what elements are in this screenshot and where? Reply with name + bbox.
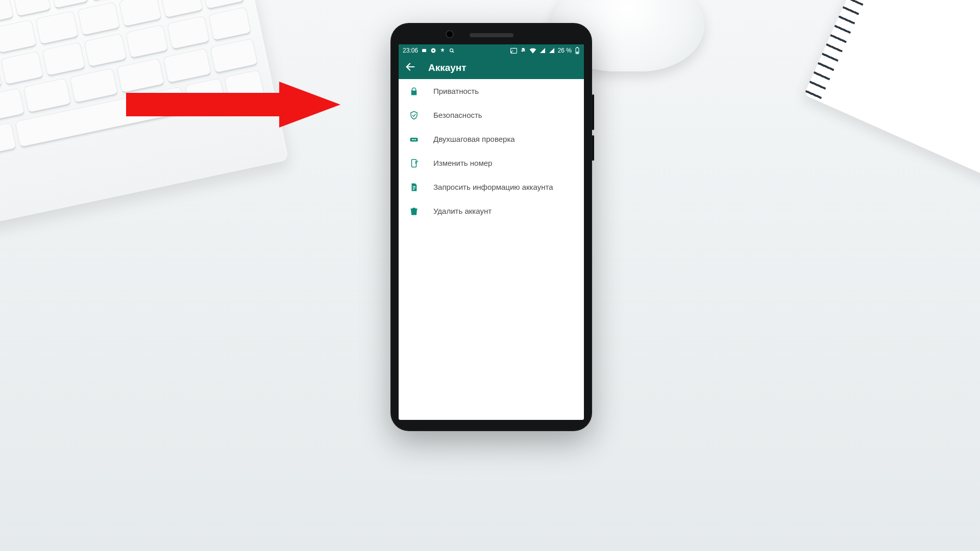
setting-label: Приватность <box>433 87 479 95</box>
setting-request-info[interactable]: Запросить информацию аккаунта <box>399 175 584 199</box>
statusbar-time: 23:06 <box>403 47 418 54</box>
notification-icon <box>439 47 446 54</box>
signal-icon <box>549 47 555 54</box>
svg-point-3 <box>450 49 453 52</box>
lock-icon <box>409 86 419 96</box>
setting-label: Удалить аккаунт <box>433 207 492 215</box>
setting-label: Запросить информацию аккаунта <box>433 183 553 191</box>
svg-rect-5 <box>510 48 517 53</box>
arrow-left-icon <box>405 61 416 72</box>
setting-delete-account[interactable]: Удалить аккаунт <box>399 199 584 223</box>
setting-label: Безопасность <box>433 111 482 119</box>
sim-icon <box>409 158 419 168</box>
setting-change-number[interactable]: Изменить номер <box>399 151 584 175</box>
notification-icon <box>430 47 436 54</box>
setting-two-step[interactable]: Двухшаговая проверка <box>399 127 584 151</box>
setting-security[interactable]: Безопасность <box>399 103 584 127</box>
trash-icon <box>409 206 419 216</box>
search-icon <box>449 47 455 54</box>
svg-point-13 <box>413 139 414 140</box>
svg-point-2 <box>433 50 434 52</box>
bell-muted-icon <box>520 47 526 54</box>
decorative-keyboard <box>0 0 289 242</box>
phone-camera-icon <box>446 30 454 38</box>
phone-screen: 23:06 26 % <box>399 44 584 420</box>
statusbar-right: 26 % <box>510 47 580 54</box>
svg-rect-0 <box>422 49 426 52</box>
wifi-icon <box>529 47 536 54</box>
dots-icon <box>409 134 419 144</box>
phone-speaker-icon <box>470 33 513 37</box>
svg-line-4 <box>453 52 454 53</box>
file-icon <box>409 182 419 192</box>
setting-privacy[interactable]: Приватность <box>399 79 584 103</box>
signal-icon <box>540 47 546 54</box>
statusbar: 23:06 26 % <box>399 44 584 57</box>
battery-text: 26 % <box>558 47 572 54</box>
back-button[interactable] <box>405 61 416 75</box>
battery-icon <box>575 47 580 54</box>
statusbar-left: 23:06 <box>403 47 455 54</box>
phone-side-button <box>592 94 594 130</box>
svg-rect-9 <box>576 52 578 53</box>
page-title: Аккаунт <box>428 62 467 73</box>
scene: 23:06 26 % <box>0 0 980 551</box>
notification-icon <box>421 47 427 54</box>
phone-side-button <box>592 135 594 161</box>
decorative-notebook <box>804 0 980 203</box>
shield-icon <box>409 110 419 120</box>
svg-rect-8 <box>577 47 578 48</box>
app-header: Аккаунт <box>399 57 584 79</box>
phone-frame: 23:06 26 % <box>390 23 592 431</box>
svg-point-14 <box>415 139 416 140</box>
setting-label: Изменить номер <box>433 159 492 167</box>
account-settings-list: Приватность Безопасность Двухшаговая про… <box>399 79 584 420</box>
cast-icon <box>510 48 517 54</box>
setting-label: Двухшаговая проверка <box>433 135 515 143</box>
svg-point-12 <box>412 139 413 140</box>
